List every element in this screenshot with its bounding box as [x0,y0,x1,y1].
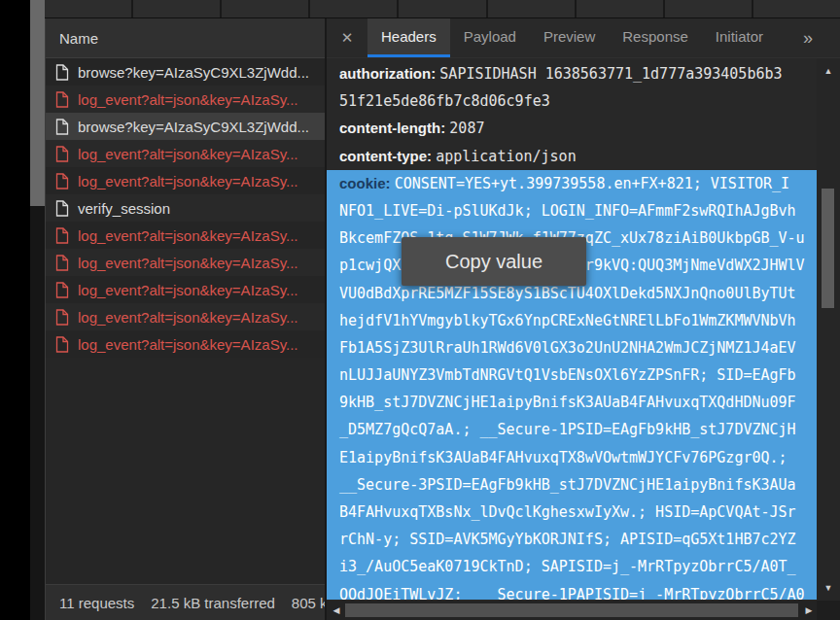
cookie-line: B4FAHvuxqTXBsNx_lDvQclKghesxwIyXw.; HSID… [327,499,817,526]
tab-preview[interactable]: Preview [530,18,609,57]
scroll-right-icon[interactable]: ▶ [801,601,817,620]
name-column-label: Name [59,30,98,47]
request-list-empty-area [46,358,325,584]
request-count: 11 requests [59,595,134,611]
overview-cell [577,0,663,17]
tab-initiator[interactable]: Initiator [702,18,777,57]
request-name: log_event?alt=json&key=AIzaSy... [78,173,298,189]
request-row[interactable]: log_event?alt=json&key=AIzaSy... [46,167,325,194]
cookie-line: rChN-y; SSID=AVK5MGyYbKORJNIfS; APISID=q… [327,526,817,553]
cookie-line: nLUJJaUNYZ3VmbTdNRGVtQ1VsbENsOXl6YzZPSnF… [327,362,817,389]
header-value: 2087 [449,120,484,137]
request-row[interactable]: log_event?alt=json&key=AIzaSy... [46,276,325,303]
request-name: log_event?alt=json&key=AIzaSy... [78,146,298,162]
tab-headers[interactable]: Headers [368,18,450,57]
cookie-value: CONSENT=YES+yt.399739558.en+FX+821; VISI… [395,175,789,192]
header-value: application/json [436,148,577,165]
close-icon[interactable]: ✕ [327,18,368,57]
file-icon [55,173,69,189]
request-name: log_event?alt=json&key=AIzaSy... [78,282,298,298]
details-tab-bar: ✕ Headers Payload Preview Response Initi… [327,18,840,58]
file-icon [55,91,69,108]
request-name: browse?key=AIzaSyC9XL3ZjWdd... [78,119,309,135]
cookie-line: cookie:CONSENT=YES+yt.399739558.en+FX+82… [327,170,817,197]
tab-payload[interactable]: Payload [450,18,530,57]
file-icon [55,282,69,298]
resources-size: 805 kB [292,595,325,611]
header-key: content-length: [339,120,449,136]
request-row[interactable]: log_event?alt=json&key=AIzaSy... [46,303,325,330]
file-icon [55,64,69,81]
overview-cell [310,0,397,17]
name-column-header[interactable]: Name [46,18,325,58]
cookie-header-selected[interactable]: cookie:CONSENT=YES+yt.399739558.en+FX+82… [327,170,817,600]
scrollbar-corner [817,601,840,620]
vertical-scrollbar-thumb[interactable] [822,189,834,308]
vertical-scrollbar[interactable]: ▲ ▼ [817,58,840,619]
overview-cell [45,0,131,17]
header-line: 51f21e5de86fb7c8d06c9fe3 [327,87,817,115]
devtools-window: Name browse?key=AIzaSyC9XL3ZjWdd... log_… [0,0,840,620]
request-row[interactable]: log_event?alt=json&key=AIzaSy... [46,249,325,276]
cookie-line: __Secure-3PSID=EAgFb9kHB_stJ7DVZNCjHE1ai… [327,471,817,499]
request-name: log_event?alt=json&key=AIzaSy... [78,309,298,326]
request-row[interactable]: log_event?alt=json&key=AIzaSy... [46,222,325,249]
page-scrollbar-thumb[interactable] [30,0,45,206]
top-overview-strip [45,0,840,18]
scroll-up-icon[interactable]: ▲ [817,64,840,78]
request-row[interactable]: log_event?alt=json&key=AIzaSy... [46,86,325,113]
header-key: authorization: [339,65,439,82]
scroll-left-icon[interactable]: ◀ [329,601,344,620]
request-row[interactable]: browse?key=AIzaSyC9XL3ZjWdd... [46,58,325,86]
cookie-line: Fb1A5SjZ3UlRraUh1RWd6V0lGX3o2UnU2NHA2WmJ… [327,334,817,362]
cookie-key: cookie: [339,175,395,191]
transferred-size: 21.5 kB transferred [151,595,275,611]
request-row[interactable]: log_event?alt=json&key=AIzaSy... [46,140,325,167]
horizontal-scrollbar[interactable]: ◀ ▶ [327,601,819,620]
request-name: log_event?alt=json&key=AIzaSy... [78,227,298,244]
cookie-line: E1aipyBnifsK3AUaB4FAHvuxqTX8wVOwtmWJYCFv… [327,444,817,471]
file-icon [55,227,69,244]
cookie-line: 9kHB_stJ7DVZNCjHE1aipyBnifsK3AUaB4FAHvux… [327,389,817,416]
overview-cell [133,0,220,17]
more-tabs-icon[interactable]: » [803,18,813,57]
file-icon [55,200,69,217]
cookie-line: _D5MZ7gQcQ7aA.; __Secure-1PSID=EAgFb9kHB… [327,416,817,443]
cookie-line: i3_/AuOC5eaK0719CkTnD; SAPISID=j_-MrRTpy… [327,553,817,580]
header-key: content-type: [339,148,436,164]
file-icon [55,146,69,162]
overview-cell [222,0,308,17]
request-row-selected[interactable]: browse?key=AIzaSyC9XL3ZjWdd... [46,113,325,140]
request-name: browse?key=AIzaSyC9XL3ZjWdd... [78,64,309,81]
cookie-line: QOdJQEiTWLvJZ; __Secure-1PAPISID=j_-MrRT… [327,581,817,600]
overview-cell [399,0,485,17]
page-scrollbar[interactable] [30,0,45,620]
file-icon [55,336,69,353]
header-line: content-type:application/json [327,143,817,170]
copy-value-label: Copy value [445,251,542,273]
tab-response[interactable]: Response [609,18,702,57]
request-row[interactable]: log_event?alt=json&key=AIzaSy... [46,330,325,358]
file-icon [55,119,69,135]
header-value: SAPISIDHASH 1638563771_1d777a393405b6b3 [439,65,782,83]
request-name: verify_session [78,200,170,217]
copy-value-menu-item[interactable]: Copy value [402,237,586,286]
network-summary-bar: 11 requests 21.5 kB transferred 805 kB [46,584,325,620]
overview-cell [488,0,575,17]
file-icon [55,255,69,271]
header-line: content-length:2087 [327,115,817,142]
header-line: authorization:SAPISIDHASH 1638563771_1d7… [327,60,817,87]
overview-cell [665,0,752,17]
header-value: 51f21e5de86fb7c8d06c9fe3 [339,92,550,110]
request-details-panel: ✕ Headers Payload Preview Response Initi… [325,18,840,620]
request-row[interactable]: verify_session [46,194,325,222]
headers-content: authorization:SAPISIDHASH 1638563771_1d7… [327,58,817,600]
request-name: log_event?alt=json&key=AIzaSy... [78,255,298,271]
request-name: log_event?alt=json&key=AIzaSy... [78,336,298,353]
overview-cell [753,0,840,17]
scroll-down-icon[interactable]: ▼ [817,581,840,595]
cookie-line: hejdfV1hYVmgyblkyTGx6YnpCRExNeGtNRElLbFo… [327,307,817,334]
horizontal-scrollbar-thumb[interactable] [345,603,798,617]
file-icon [55,309,69,326]
cookie-line: NFO1_LIVE=Di-pSlUKdJk; LOGIN_INFO=AFmmF2… [327,197,817,224]
